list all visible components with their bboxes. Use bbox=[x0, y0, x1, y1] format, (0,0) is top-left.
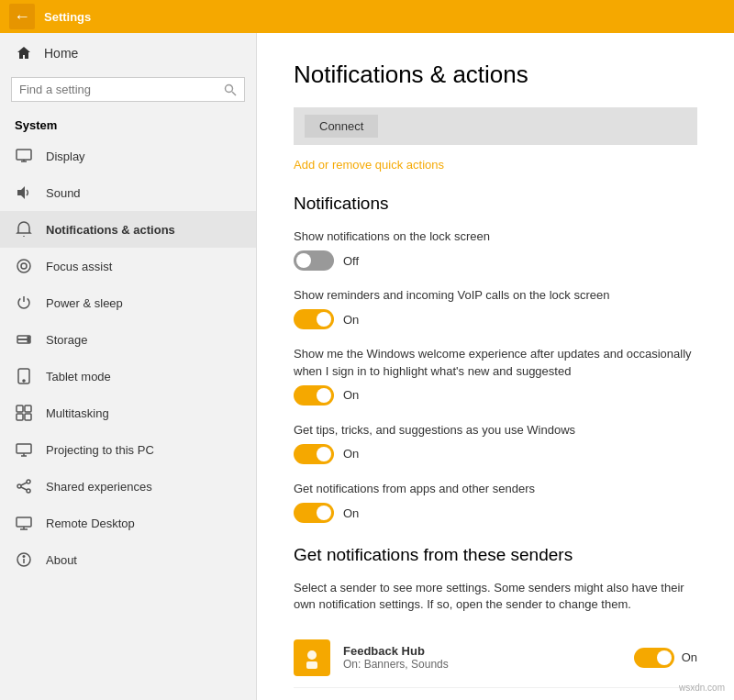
sidebar-item-label: Notifications & actions bbox=[46, 223, 175, 237]
sidebar-item-power[interactable]: Power & sleep bbox=[0, 284, 256, 321]
toggle-knob-lock_screen bbox=[296, 253, 311, 268]
sidebar-item-display[interactable]: Display bbox=[0, 138, 256, 174]
toggle-knob-tips bbox=[317, 447, 331, 461]
power-icon bbox=[15, 294, 33, 312]
setting-label-welcome: Show me the Windows welcome experience a… bbox=[294, 346, 697, 379]
sidebar-item-label: Focus assist bbox=[46, 260, 112, 273]
toggle-lock_screen[interactable] bbox=[294, 250, 334, 271]
senders-list: Feedback Hub On: Banners, Sounds On bbox=[294, 628, 697, 688]
feedback-toggle-knob bbox=[657, 650, 672, 665]
storage-icon bbox=[15, 330, 33, 349]
toggle-knob-voip bbox=[317, 312, 331, 327]
sidebar-item-storage[interactable]: Storage bbox=[0, 321, 256, 358]
setting-welcome: Show me the Windows welcome experience a… bbox=[294, 346, 697, 405]
sidebar-item-focus[interactable]: Focus assist bbox=[0, 248, 256, 284]
notification-settings: Show notifications on the lock screen Of… bbox=[294, 228, 697, 523]
feedback-info: Feedback Hub On: Banners, Sounds bbox=[343, 644, 621, 671]
back-button[interactable]: ← bbox=[9, 4, 35, 29]
svg-point-0 bbox=[226, 84, 233, 92]
content-area: Notifications & actions Connect Add or r… bbox=[257, 33, 734, 700]
about-icon bbox=[15, 550, 33, 569]
sidebar-item-label: Shared experiences bbox=[46, 480, 152, 494]
svg-marker-5 bbox=[17, 186, 25, 199]
multitasking-icon bbox=[15, 404, 33, 422]
home-label: Home bbox=[44, 46, 78, 61]
sender-feedback[interactable]: Feedback Hub On: Banners, Sounds On bbox=[294, 628, 697, 688]
sidebar-item-label: Projecting to this PC bbox=[46, 443, 154, 457]
setting-voip: Show reminders and incoming VoIP calls o… bbox=[294, 287, 697, 329]
toggle-state-tips: On bbox=[343, 447, 359, 461]
sidebar-section-title: System bbox=[0, 109, 256, 138]
sidebar-item-tablet[interactable]: Tablet mode bbox=[0, 358, 256, 394]
sidebar-item-label: Display bbox=[46, 150, 85, 163]
focus-icon bbox=[15, 257, 33, 275]
toggle-row-voip: On bbox=[294, 309, 697, 329]
search-input[interactable] bbox=[19, 83, 218, 96]
toggle-state-lock_screen: Off bbox=[343, 254, 359, 268]
feedback-toggle-state: On bbox=[682, 650, 697, 664]
setting-label-lock_screen: Show notifications on the lock screen bbox=[294, 228, 697, 245]
title-bar: ← Settings bbox=[0, 0, 734, 33]
sidebar-item-multitasking[interactable]: Multitasking bbox=[0, 394, 256, 431]
toggle-knob-apps bbox=[317, 506, 331, 520]
toggle-row-tips: On bbox=[294, 444, 697, 464]
svg-point-8 bbox=[21, 263, 27, 269]
toggle-state-welcome: On bbox=[343, 388, 359, 402]
sidebar-item-about[interactable]: About bbox=[0, 541, 256, 578]
sidebar-item-label: Tablet mode bbox=[46, 370, 111, 383]
notifications-heading: Notifications bbox=[294, 194, 697, 214]
svg-point-34 bbox=[307, 650, 317, 660]
add-remove-link[interactable]: Add or remove quick actions bbox=[294, 158, 444, 172]
sidebar-item-label: Sound bbox=[46, 186, 81, 200]
svg-rect-17 bbox=[17, 414, 23, 420]
svg-rect-18 bbox=[25, 414, 31, 420]
toggle-tips[interactable] bbox=[294, 444, 334, 464]
sidebar-item-remote[interactable]: Remote Desktop bbox=[0, 505, 256, 541]
sidebar: Home System Display Sound Notifications … bbox=[0, 33, 257, 700]
sidebar-item-label: About bbox=[46, 553, 77, 567]
senders-heading: Get notifications from these senders bbox=[294, 545, 697, 565]
toggle-knob-welcome bbox=[317, 388, 331, 403]
toggle-state-apps: On bbox=[343, 506, 359, 520]
toggle-state-voip: On bbox=[343, 313, 359, 327]
setting-tips: Get tips, tricks, and suggestions as you… bbox=[294, 422, 697, 464]
home-icon bbox=[15, 44, 33, 62]
tablet-icon bbox=[15, 367, 33, 385]
shared-icon bbox=[15, 477, 33, 495]
svg-rect-2 bbox=[17, 150, 31, 160]
toggle-apps[interactable] bbox=[294, 503, 334, 523]
sidebar-item-projecting[interactable]: Projecting to this PC bbox=[0, 431, 256, 468]
svg-point-22 bbox=[27, 480, 30, 483]
senders-section: Get notifications from these senders Sel… bbox=[294, 545, 697, 687]
setting-lock_screen: Show notifications on the lock screen Of… bbox=[294, 228, 697, 271]
setting-apps: Get notifications from apps and other se… bbox=[294, 481, 697, 523]
sidebar-item-sound[interactable]: Sound bbox=[0, 174, 256, 211]
sidebar-items-container: Display Sound Notifications & actions Fo… bbox=[0, 138, 256, 578]
sidebar-item-notifications[interactable]: Notifications & actions bbox=[0, 211, 256, 248]
search-icon bbox=[224, 83, 237, 96]
toggle-welcome[interactable] bbox=[294, 385, 334, 406]
setting-label-tips: Get tips, tricks, and suggestions as you… bbox=[294, 422, 697, 439]
sound-icon bbox=[15, 183, 33, 202]
sidebar-item-home[interactable]: Home bbox=[0, 33, 256, 73]
svg-line-25 bbox=[21, 483, 27, 485]
svg-point-11 bbox=[28, 337, 29, 339]
quick-actions-bar: Connect bbox=[294, 107, 697, 145]
svg-point-23 bbox=[17, 484, 21, 488]
sidebar-item-label: Storage bbox=[46, 333, 88, 347]
toggle-row-lock_screen: Off bbox=[294, 250, 697, 271]
sidebar-item-shared[interactable]: Shared experiences bbox=[0, 468, 256, 505]
svg-line-26 bbox=[21, 487, 27, 490]
svg-point-7 bbox=[17, 260, 30, 272]
toggle-voip[interactable] bbox=[294, 309, 334, 329]
svg-rect-16 bbox=[25, 406, 31, 412]
toggle-row-welcome: On bbox=[294, 385, 697, 406]
page-title: Notifications & actions bbox=[294, 61, 697, 89]
app-title: Settings bbox=[44, 10, 91, 24]
search-box[interactable] bbox=[11, 77, 245, 102]
feedback-toggle[interactable] bbox=[634, 648, 674, 668]
connect-button[interactable]: Connect bbox=[305, 115, 378, 138]
toggle-row-apps: On bbox=[294, 503, 697, 523]
sidebar-item-label: Remote Desktop bbox=[46, 517, 135, 530]
feedback-sub: On: Banners, Sounds bbox=[343, 658, 621, 671]
